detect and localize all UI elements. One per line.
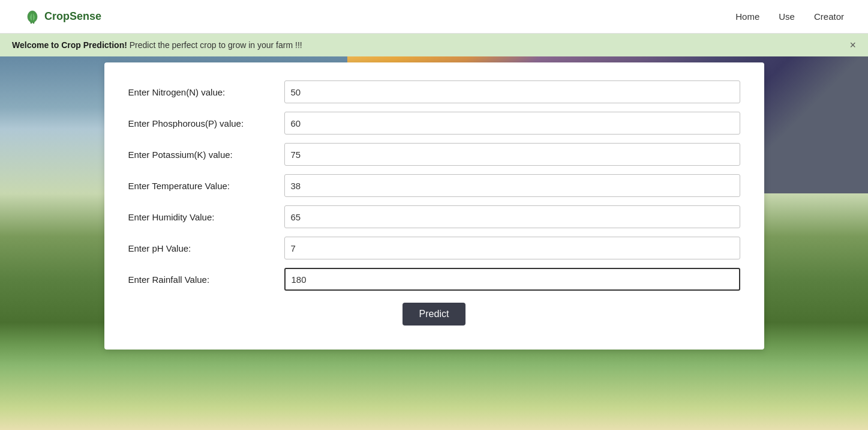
temperature-label: Enter Temperature Value: (128, 181, 284, 191)
banner-text: Welcome to Crop Prediction! Predict the … (12, 40, 302, 50)
brand-name: CropSense (44, 10, 101, 23)
rainfall-input[interactable] (284, 268, 740, 291)
banner-rest: Predict the perfect crop to grow in your… (127, 40, 302, 50)
humidity-row: Enter Humidity Value: (128, 205, 740, 228)
nitrogen-row: Enter Nitrogen(N) value: (128, 80, 740, 103)
banner-close-button[interactable]: × (849, 40, 856, 50)
phosphorous-input[interactable] (284, 112, 740, 135)
welcome-banner: Welcome to Crop Prediction! Predict the … (0, 34, 868, 56)
potassium-row: Enter Potassium(K) value: (128, 143, 740, 166)
potassium-input[interactable] (284, 143, 740, 166)
humidity-label: Enter Humidity Value: (128, 212, 284, 222)
ph-input[interactable] (284, 237, 740, 259)
predict-row: Predict (128, 303, 740, 326)
temperature-input[interactable] (284, 174, 740, 197)
humidity-input[interactable] (284, 205, 740, 228)
cropsense-logo-icon (24, 8, 41, 25)
banner-bold: Welcome to Crop Prediction! (12, 40, 127, 50)
phosphorous-row: Enter Phosphorous(P) value: (128, 112, 740, 135)
nav-use[interactable]: Use (779, 11, 795, 22)
navbar: CropSense Home Use Creator (0, 0, 868, 34)
potassium-label: Enter Potassium(K) value: (128, 150, 284, 160)
ph-row: Enter pH Value: (128, 237, 740, 259)
brand: CropSense (24, 8, 101, 25)
nav-creator[interactable]: Creator (814, 11, 844, 22)
predict-button[interactable]: Predict (403, 303, 466, 326)
nitrogen-input[interactable] (284, 80, 740, 103)
prediction-form-card: Enter Nitrogen(N) value: Enter Phosphoro… (104, 62, 764, 350)
nav-home[interactable]: Home (735, 11, 759, 22)
rainfall-label: Enter Rainfall Value: (128, 274, 284, 285)
temperature-row: Enter Temperature Value: (128, 174, 740, 197)
ph-label: Enter pH Value: (128, 243, 284, 253)
navbar-nav: Home Use Creator (735, 11, 844, 22)
phosphorous-label: Enter Phosphorous(P) value: (128, 118, 284, 129)
nitrogen-label: Enter Nitrogen(N) value: (128, 87, 284, 97)
rainfall-row: Enter Rainfall Value: (128, 268, 740, 291)
main-content: Enter Nitrogen(N) value: Enter Phosphoro… (0, 56, 868, 430)
